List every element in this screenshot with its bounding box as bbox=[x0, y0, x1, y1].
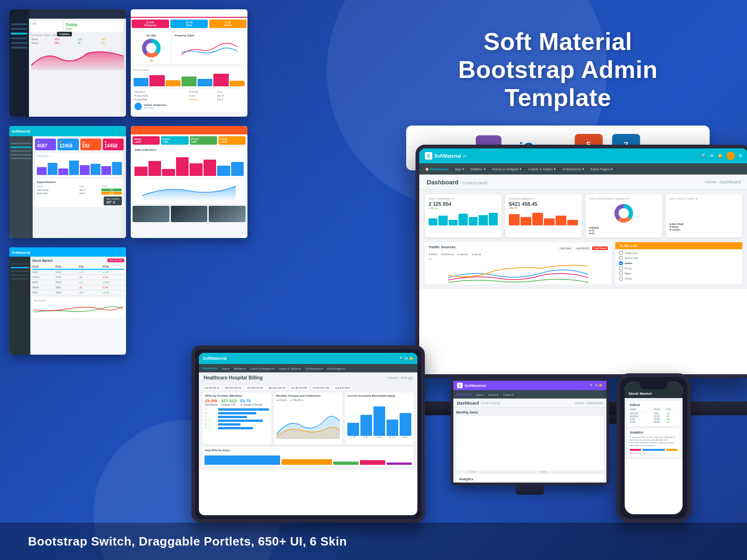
visits-label: Visits Monthly ▾ bbox=[429, 197, 498, 200]
laptop-mockup: S SoftMaterial ≡• 🔍 ✉ 🔔 ⚙ 🏠 Dashboard Ap… bbox=[392, 145, 747, 415]
phone-app-title: Stock Market bbox=[628, 392, 652, 396]
billing-mar: Mar $42,025.42 bbox=[223, 385, 243, 390]
screenshot-thumb-1: 571 Today Sale CampaignUniqueClicksTotal… bbox=[9, 9, 126, 117]
dash-header: Dashboard Control panel Home › Dashboard bbox=[419, 175, 747, 189]
traffic-chart bbox=[429, 261, 608, 287]
monthly-charges-title: Monthly Charges and Collections bbox=[276, 394, 340, 397]
billing-months-row: Feb $3,025.15 Mar $42,025.42 Apr $25,145… bbox=[203, 385, 414, 390]
visits-card: Visits Monthly ▾ 2 125 854 +5% ▲ bbox=[425, 194, 501, 238]
todo-list-panel: To Do List Nullip quis Phone call bbox=[615, 242, 742, 284]
advertisers-label: Top Advertisers Weekly ▾ bbox=[589, 197, 658, 200]
tab-sections: RVUs by Provider (Monthly) 29.9IB Avg Wo… bbox=[203, 392, 414, 444]
monthly-charges-section: Monthly Charges and Collections ● Charge… bbox=[274, 392, 343, 444]
todo-checkbox-6[interactable] bbox=[619, 277, 623, 280]
sm-header: Dashboard Control panel Home › Dashboard bbox=[453, 399, 606, 408]
sm-menubar: Dashboard App ▾ Forms ▾ Charts ▾ bbox=[453, 390, 606, 399]
tab-topbar: SoftMaterial 🔍 ✉ 🔔 bbox=[199, 353, 417, 364]
ar-aging-title: Current Accounts Receivable Aging bbox=[347, 394, 411, 397]
sm-analytics-text: Analytics Lorem ipsum dolor sit amet, co… bbox=[456, 474, 604, 483]
sm-chart-title: Monthly Sales bbox=[456, 411, 604, 414]
billing-apr: Apr $25,145.05 bbox=[245, 385, 265, 390]
sm-subtitle: Control panel bbox=[481, 401, 500, 405]
todo-checkbox-3[interactable] bbox=[619, 261, 623, 265]
rvus-charges: $27,513 Charges YTD bbox=[221, 399, 237, 406]
small-monitor-mockup: S SoftMaterial 🔍 ✉ 🔔 Dashboard App ▾ For… bbox=[451, 378, 609, 499]
dash-subtitle: Control panel bbox=[462, 181, 487, 185]
billing-jun: Jun $3,125.852 bbox=[289, 385, 309, 390]
screenshot-thumb-4: Sales+12% Users+8% Profit+5% Views+15% S… bbox=[131, 126, 247, 238]
footer-text: Bootstrap Switch, Draggable Portlets, 65… bbox=[28, 534, 347, 549]
rvus-avg-worked: 29.9IB Avg Worked bbox=[205, 399, 218, 406]
traffic-sources-panel: Traffic Sources Last Year Last Month Las… bbox=[425, 242, 612, 284]
dash-breadcrumb: Home › Dashboard bbox=[705, 180, 740, 184]
rvus-collected: 53.7k % Charges Collected bbox=[240, 399, 262, 406]
billing-aug: Aug $13,059.8 bbox=[333, 385, 352, 390]
advertisers-card: Top Advertisers Weekly ▾ ● Mobile ● TV ●… bbox=[585, 194, 662, 238]
dash-page-title: Dashboard bbox=[427, 179, 458, 186]
sm-title: Dashboard bbox=[457, 401, 479, 406]
total-rvu-title: Total RVU by Payer bbox=[204, 449, 412, 452]
phone-mockup: Stock Market Indices NAME PRICE CHG S&P … bbox=[616, 373, 691, 523]
sm-content: Monthly Sales 20152016 bbox=[453, 408, 606, 483]
small-monitor-screen: S SoftMaterial 🔍 ✉ 🔔 Dashboard App ▾ For… bbox=[453, 381, 606, 483]
phone-content-area: Indices NAME PRICE CHG S&P 500 4,521 +12… bbox=[625, 398, 683, 459]
todo-checkbox-2[interactable] bbox=[619, 256, 623, 260]
tab-menubar: Dashboard App ▾ Mailbox ▾ Forms & Widget… bbox=[199, 364, 417, 372]
main-title: Soft Material Bootstrap Admin Template bbox=[406, 28, 710, 112]
screenshot-thumb-5: SoftMaterial Stock Market $10,621.432 St… bbox=[9, 247, 126, 355]
visits-change: +5% ▲ bbox=[429, 207, 498, 210]
orders-value: $421 458.45 bbox=[509, 201, 578, 207]
dash-content: Visits Monthly ▾ 2 125 854 +5% ▲ bbox=[419, 189, 747, 289]
billing-may: May $10,164.26 bbox=[267, 385, 287, 390]
screenshot-thumb-2: 87.20%All Devices 41,745Visits 2,158Orde… bbox=[131, 9, 247, 117]
billing-feb: Feb $3,025.15 bbox=[203, 385, 221, 390]
traffic-title: Traffic Sources bbox=[429, 245, 456, 249]
monitor-stand-sm bbox=[516, 483, 544, 495]
dash-topbar: S SoftMaterial ≡• 🔍 ✉ 🔔 ⚙ bbox=[419, 148, 747, 163]
visits-value: 2 125 854 bbox=[429, 201, 498, 207]
dash-menubar: 🏠 Dashboard App ▾ Mailbox ▾ Forms & Widg… bbox=[419, 163, 747, 175]
todo-checkbox-1[interactable] bbox=[619, 251, 623, 255]
screenshot-thumb-3: SoftMaterial ♿ 4587 📦 12458 bbox=[9, 126, 126, 238]
billing-jul: Jul $14,521.532 bbox=[311, 385, 331, 390]
orders-card: Orders Weekly ▾ $421 458.45 -3% ▼ bbox=[505, 194, 582, 238]
orders-label: Orders Weekly ▾ bbox=[509, 197, 578, 200]
tablet-screen: SoftMaterial 🔍 ✉ 🔔 Dashboard App ▾ Mailb… bbox=[199, 353, 417, 515]
monthly-sales-chart: 20152016 bbox=[456, 416, 604, 470]
rvus-chart: A B C D E F bbox=[205, 408, 269, 429]
tab-content: Feb $3,025.15 Mar $42,025.42 Apr $25,145… bbox=[199, 383, 417, 469]
rvus-title: RVUs by Provider (Monthly) bbox=[205, 394, 269, 397]
t1-sidebar bbox=[9, 9, 29, 117]
tab-header: Healthcare Hospital Billing Home › Billi… bbox=[199, 372, 417, 383]
footer-bar: Bootstrap Switch, Draggable Portlets, 65… bbox=[0, 523, 747, 560]
sm-topbar: S SoftMaterial 🔍 ✉ 🔔 bbox=[453, 381, 606, 390]
phone-notch bbox=[640, 382, 668, 389]
sm-logo: SoftMaterial bbox=[465, 384, 486, 388]
total-rvu-section: Total RVU by Payer bbox=[203, 447, 414, 467]
todo-checkbox-4[interactable] bbox=[619, 266, 623, 270]
dash-logo: S SoftMaterial ≡• bbox=[425, 152, 467, 160]
title-line1: Soft Material bbox=[484, 28, 633, 55]
stat-cards: Visits Monthly ▾ 2 125 854 +5% ▲ bbox=[425, 194, 742, 238]
phone-stock-table: Indices NAME PRICE CHG S&P 500 4,521 +12… bbox=[627, 401, 680, 426]
title-line2: Bootstrap Admin Template bbox=[458, 56, 657, 111]
tab-billing-title: Healthcare Hospital Billing bbox=[204, 375, 263, 380]
phone-analytics-title: Analytics bbox=[630, 431, 677, 434]
daily-sale-label: Daily Sale Today ▾ bbox=[669, 197, 739, 200]
rvus-stats: 29.9IB Avg Worked $27,513 Charges YTD 53… bbox=[205, 399, 269, 406]
todo-header: To Do List bbox=[615, 242, 742, 249]
rvus-section: RVUs by Provider (Monthly) 29.9IB Avg Wo… bbox=[203, 392, 271, 444]
phone-analytics-section: Analytics Lorem ipsum dolor sit amet, co… bbox=[627, 428, 680, 456]
daily-sale-card: Daily Sale Today ▾ bbox=[666, 194, 742, 238]
ar-aging-section: Current Accounts Receivable Aging 0-3031… bbox=[345, 392, 414, 444]
laptop-screen: S SoftMaterial ≡• 🔍 ✉ 🔔 ⚙ 🏠 Dashboard Ap… bbox=[419, 148, 747, 374]
todo-checkbox-5[interactable] bbox=[619, 272, 623, 275]
tablet-mockup: SoftMaterial 🔍 ✉ 🔔 Dashboard App ▾ Mailb… bbox=[191, 345, 425, 523]
phone-screen: Stock Market Indices NAME PRICE CHG S&P … bbox=[625, 382, 683, 514]
orders-change: -3% ▼ bbox=[509, 207, 578, 210]
